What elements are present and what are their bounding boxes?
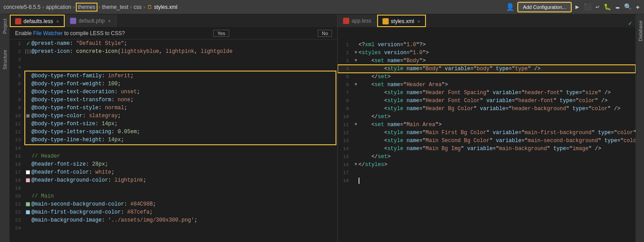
main-layout: Project Structure defaults.less × defaul… bbox=[0, 14, 644, 242]
code-line-21: 21 @main-second-background-color: #84C98… bbox=[10, 200, 337, 208]
line-number-12: 12 bbox=[10, 128, 25, 136]
line-number-6: 6 bbox=[10, 80, 25, 88]
file-watcher-yes-button[interactable]: Yes bbox=[213, 30, 229, 37]
xml-line-3: 3 ▼ <set name="Body"> bbox=[338, 57, 636, 65]
code-line-23: 23 @main-background-image: '../assets/im… bbox=[10, 216, 337, 224]
right-sidebar: Database bbox=[636, 14, 644, 242]
line-gutter-2 bbox=[25, 48, 31, 56]
code-line-7: 7 @body-type-text-decoration: unset; bbox=[10, 88, 336, 96]
code-line-10: 10 @body-type-color: slategray; bbox=[10, 112, 336, 120]
rerun-icon[interactable]: ↩ bbox=[595, 2, 600, 12]
database-label[interactable]: Database bbox=[637, 18, 644, 44]
line-number-7: 7 bbox=[10, 88, 25, 96]
line-number-11: 11 bbox=[10, 120, 25, 128]
xml-line-11: 11 ▼ <set name="Main Area"> bbox=[338, 121, 636, 129]
tab-styles-xml-label: styles.xml bbox=[391, 18, 414, 24]
code-line-20: 20 // Main bbox=[10, 192, 337, 200]
line-number-8: 8 bbox=[10, 96, 25, 104]
line-number-9: 9 bbox=[10, 104, 25, 112]
line-number-5: 5 bbox=[10, 72, 25, 80]
tab-app-less[interactable]: app.less bbox=[338, 15, 377, 27]
php-file-icon bbox=[70, 18, 76, 24]
xml-line-12: 12 <style name="Main First Bg Color" var… bbox=[338, 129, 636, 137]
swatch-1 bbox=[25, 49, 26, 54]
editors-area: defaults.less × default.php × Enable Fil… bbox=[10, 14, 636, 242]
xml-spacer bbox=[338, 28, 636, 41]
code-line-9: 9 @body-type-font-style: normal; bbox=[10, 104, 336, 112]
breadcrumb-item-application: application bbox=[46, 4, 71, 10]
code-line-14: 14 bbox=[10, 144, 337, 152]
line-content-1: @preset-name: "Default Style"; bbox=[31, 40, 337, 48]
right-code-editor[interactable]: 1 <?xml version="1.0"?> 2 ▼ <styles vers… bbox=[338, 41, 636, 242]
run-icon[interactable]: ▶ bbox=[574, 2, 580, 12]
sidebar-item-project[interactable]: Project bbox=[1, 16, 8, 36]
file-watcher-no-button[interactable]: No bbox=[318, 30, 332, 37]
left-code-editor[interactable]: 1 ✓ @preset-name: "Default Style"; 2 @pr… bbox=[10, 40, 337, 242]
code-line-18: 18 @header-background-color: lightpink; bbox=[10, 176, 337, 184]
line-number-1: 1 bbox=[10, 40, 25, 48]
xml-line-2: 2 ▼ <styles version="1.0"> bbox=[338, 49, 636, 57]
pause-icon[interactable]: ▬ bbox=[615, 3, 620, 12]
swatch-3 bbox=[30, 49, 31, 54]
code-line-1: 1 ✓ @preset-name: "Default Style"; bbox=[10, 40, 337, 48]
add-icon[interactable]: ✚ bbox=[635, 2, 640, 12]
tab-default-php[interactable]: default.php × bbox=[65, 15, 117, 27]
xml-line-14: 14 <style name="Main Bg Img" variable="m… bbox=[338, 145, 636, 153]
stop-icon[interactable]: ⬛ bbox=[583, 2, 592, 12]
code-line-19: 19 bbox=[10, 184, 337, 192]
xml-line-9: 9 <style name="Header Bg Color" variable… bbox=[338, 105, 636, 113]
code-line-4: 4 bbox=[10, 63, 337, 71]
right-editor-panel: app.less styles.xml × ✓ 1 <? bbox=[338, 14, 636, 242]
xml-line-8: 8 <style name="Header Font Color" variab… bbox=[338, 97, 636, 105]
breadcrumb-item-project: concrete5-8.5.5 bbox=[4, 4, 40, 10]
code-line-16: 16 @header-font-size: 28px; bbox=[10, 160, 337, 168]
code-line-6: 6 @body-type-font-weight: 100; bbox=[10, 80, 336, 88]
code-line-8: 8 @body-type-text-transform: none; bbox=[10, 96, 336, 104]
code-line-13: 13 @body-type-line-height: 14px; bbox=[10, 136, 336, 144]
highlight-block-body-type: 5 @body-type-font-family: inferit; 6 @bo… bbox=[25, 71, 336, 144]
code-line-12: 12 @body-type-letter-spacing: 0.05em; bbox=[10, 128, 336, 136]
line-number-3: 3 bbox=[10, 56, 25, 63]
breadcrumb-item-themes: themes bbox=[77, 4, 97, 11]
file-watcher-text: Enable File Watcher to compile LESS to C… bbox=[15, 30, 125, 36]
xml-file-icon bbox=[382, 18, 389, 24]
app-less-icon bbox=[343, 18, 349, 24]
line-content-2: @preset-icon: concrete-icon(lightskyblue… bbox=[31, 48, 337, 56]
titlebar-right: 👤 Add Configuration... ▶ ⬛ ↩ 🐛 ▬ 🔍 ✚ bbox=[506, 2, 640, 12]
xml-line-7: 7 <style name="Header Font Spacing" vari… bbox=[338, 89, 636, 97]
tab-styles-xml[interactable]: styles.xml × bbox=[377, 15, 426, 27]
sidebar-item-structure[interactable]: Structure bbox=[1, 47, 8, 72]
xml-line-16: 16 ▼ </styles> bbox=[338, 161, 636, 169]
code-line-15: 15 // Header bbox=[10, 152, 337, 160]
tab-default-php-close[interactable]: × bbox=[108, 18, 111, 24]
tab-defaults-less-label: defaults.less bbox=[23, 18, 53, 24]
editor-checkmark: ✓ bbox=[628, 20, 632, 27]
titlebar: concrete5-8.5.5 › application › themes ›… bbox=[0, 0, 644, 14]
xml-line-10: 10 </set> bbox=[338, 113, 636, 121]
code-line-5: 5 @body-type-font-family: inferit; bbox=[10, 72, 336, 80]
xml-line-18: 18 bbox=[338, 177, 636, 185]
file-watcher-link[interactable]: File Watcher bbox=[33, 30, 63, 36]
code-line-3: 3 bbox=[10, 56, 337, 63]
line-gutter-1: ✓ bbox=[25, 40, 31, 48]
tab-defaults-less[interactable]: defaults.less × bbox=[10, 15, 65, 27]
left-tab-bar: defaults.less × default.php × bbox=[10, 14, 337, 28]
right-tab-bar: app.less styles.xml × ✓ bbox=[338, 14, 636, 28]
cursor bbox=[359, 178, 363, 184]
xml-line-15: 15 </set> bbox=[338, 153, 636, 161]
code-line-17: 17 @header-font-color: white; bbox=[10, 168, 337, 176]
search-icon[interactable]: 🔍 bbox=[623, 2, 632, 12]
tab-styles-xml-close[interactable]: × bbox=[417, 19, 420, 24]
user-icon[interactable]: 👤 bbox=[506, 3, 515, 12]
breadcrumb-item-styles-xml: styles.xml bbox=[154, 4, 178, 10]
file-watcher-notification: Enable File Watcher to compile LESS to C… bbox=[10, 28, 337, 40]
tab-defaults-less-close[interactable]: × bbox=[56, 19, 59, 24]
debug-icon[interactable]: 🐛 bbox=[603, 2, 612, 12]
xml-line-1: 1 <?xml version="1.0"?> bbox=[338, 41, 636, 49]
code-line-22: 22 @main-first-background-color: #87cefa… bbox=[10, 208, 337, 216]
left-sidebar: Project Structure bbox=[0, 14, 10, 242]
line-number-13: 13 bbox=[10, 136, 25, 144]
xml-line-4: 4 <style name="Body" variable="body" typ… bbox=[338, 65, 636, 73]
add-configuration-button[interactable]: Add Configuration... bbox=[518, 3, 571, 12]
code-line-24: 24 bbox=[10, 224, 337, 232]
